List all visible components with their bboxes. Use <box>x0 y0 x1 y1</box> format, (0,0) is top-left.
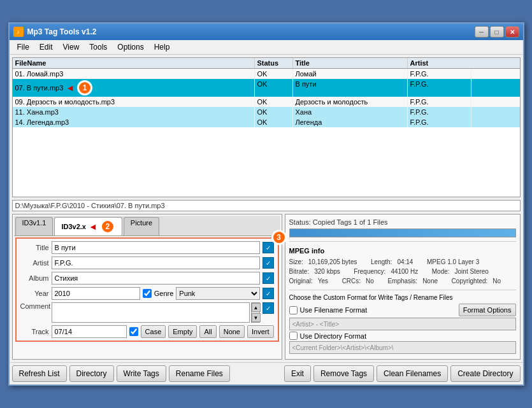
minimize-button[interactable]: ─ <box>475 26 489 38</box>
album-input[interactable] <box>52 272 260 285</box>
table-row[interactable]: 11. Хана.mp3 OK Хана F.P.G. <box>13 107 520 117</box>
table-row[interactable]: 07. В пути.mp3 ◄ 1 OK В пути F.P.G. <box>13 79 520 97</box>
mpeg-mode-val: Joint Stereo <box>455 267 489 276</box>
track-checkbox[interactable] <box>129 327 138 336</box>
titlebar-left: ♪ Mp3 Tag Tools v1.2 <box>13 27 97 37</box>
cell-status: OK <box>255 117 293 127</box>
title-check[interactable]: ✓ <box>262 242 274 253</box>
content-area: FileName Status Title Artist 01. Ломай.m… <box>10 55 523 362</box>
cell-filename: 09. Дерзость и молодость.mp3 <box>13 97 255 107</box>
tab-id3v2[interactable]: ID3v2.x ◄ 2 <box>54 217 122 236</box>
case-button[interactable]: Case <box>141 325 166 338</box>
cell-status: OK <box>255 107 293 117</box>
mpeg-info: Size: 10,169,205 bytes Length: 04:14 MPE… <box>289 257 516 286</box>
genre-select[interactable]: Punk Rock Pop <box>176 287 259 300</box>
remove-tags-button[interactable]: Remove Tags <box>313 365 374 382</box>
all-button[interactable]: All <box>199 325 216 338</box>
album-check[interactable]: ✓ <box>262 272 274 284</box>
table-row[interactable]: 09. Дерзость и молодость.mp3 OK Дерзость… <box>13 97 520 107</box>
comment-check[interactable]: ✓ <box>262 302 274 314</box>
tag-form: 3 Title ✓ Artist ✓ Album <box>15 237 279 342</box>
artist-check[interactable]: ✓ <box>262 257 274 269</box>
mpeg-row-2: Bitrate: 320 kbps Frequency: 44100 Hz Mo… <box>289 267 516 276</box>
scroll-up[interactable]: ▲ <box>252 303 261 312</box>
tab-picture[interactable]: Picture <box>124 217 159 236</box>
menubar: File Edit View Tools Options Help <box>10 40 523 55</box>
col-header-status: Status <box>255 58 293 68</box>
divider-1 <box>289 241 516 242</box>
title-input[interactable] <box>52 241 260 254</box>
comment-input[interactable] <box>52 302 250 323</box>
track-input[interactable] <box>52 325 127 338</box>
rename-files-button[interactable]: Rename Files <box>169 365 230 382</box>
use-filename-format-checkbox[interactable] <box>289 306 298 314</box>
create-directory-button[interactable]: Create Directory <box>450 365 520 382</box>
exit-button[interactable]: Exit <box>284 365 311 382</box>
cell-title: Хана <box>293 107 408 117</box>
menu-options[interactable]: Options <box>112 41 148 53</box>
mpeg-mode-key: Mode: <box>432 267 450 276</box>
title-row: Title ✓ <box>20 241 274 254</box>
menu-help[interactable]: Help <box>149 41 175 53</box>
mpeg-original-key: Original: <box>289 276 313 286</box>
use-directory-format-checkbox[interactable] <box>289 332 298 340</box>
menu-tools[interactable]: Tools <box>84 41 112 53</box>
app-icon: ♪ <box>13 27 24 37</box>
artist-input[interactable] <box>52 257 260 269</box>
filename-format-row: Use Filename Format Format Options <box>289 304 516 316</box>
track-row: Track Case Empty All None Invert <box>20 325 274 338</box>
mpeg-freq-val: 44100 Hz <box>391 267 418 276</box>
comment-scrollbar[interactable]: ▲ ▼ <box>251 302 260 323</box>
format-options-button[interactable]: Format Options <box>459 304 516 316</box>
table-row-empty <box>13 127 520 197</box>
menu-edit[interactable]: Edit <box>34 41 58 53</box>
cell-artist: F.P.G. <box>408 69 471 79</box>
genre-check[interactable]: ✓ <box>262 288 274 299</box>
track-label: Track <box>20 328 49 335</box>
col-header-filename: FileName <box>13 58 255 68</box>
file-list-header: FileName Status Title Artist <box>13 58 520 69</box>
table-row[interactable]: 01. Ломай.mp3 OK Ломай F.P.G. <box>13 69 520 79</box>
menu-view[interactable]: View <box>58 41 85 53</box>
cell-filename: 14. Легенда.mp3 <box>13 117 255 127</box>
none-button[interactable]: None <box>219 325 245 338</box>
comment-wrapper: ▲ ▼ <box>52 302 260 323</box>
file-list-area: FileName Status Title Artist 01. Ломай.m… <box>12 57 521 197</box>
comment-label: Comment <box>20 302 49 310</box>
cell-artist: F.P.G. <box>408 97 471 107</box>
tab-id3v1[interactable]: ID3v1.1 <box>15 217 54 236</box>
mpeg-version-val: MPEG 1.0 Layer 3 <box>427 257 479 267</box>
directory-button[interactable]: Directory <box>69 365 114 382</box>
table-row[interactable]: 14. Легенда.mp3 OK Легенда F.P.G. <box>13 117 520 127</box>
use-filename-format-label: Use Filename Format <box>300 306 368 314</box>
directory-format-input[interactable] <box>289 341 516 354</box>
cell-artist: F.P.G. <box>408 79 471 97</box>
cell-artist: F.P.G. <box>408 107 471 117</box>
mpeg-title: MPEG info <box>289 247 516 255</box>
directory-format-row: Use Directory Format <box>289 332 516 340</box>
mpeg-copyright-val: No <box>492 276 501 286</box>
album-row: Album ✓ <box>20 272 274 285</box>
year-checkbox[interactable] <box>143 289 152 298</box>
menu-file[interactable]: File <box>12 41 34 53</box>
write-tags-button[interactable]: Write Tags <box>117 365 166 382</box>
bottom-bar: Refresh List Directory Write Tags Rename… <box>10 362 523 384</box>
refresh-list-button[interactable]: Refresh List <box>12 365 67 382</box>
invert-button[interactable]: Invert <box>247 325 274 338</box>
cell-status: OK <box>255 97 293 107</box>
cell-status: OK <box>255 69 293 79</box>
right-panel: Status: Copied Tags 1 of 1 Files MPEG in… <box>285 214 521 360</box>
clean-filenames-button[interactable]: Clean Filenames <box>377 365 448 382</box>
mpeg-crcs-val: No <box>366 276 374 286</box>
cell-title: Дерзость и молодость <box>293 97 408 107</box>
scroll-down[interactable]: ▼ <box>252 313 261 322</box>
titlebar-title: Mp3 Tag Tools v1.2 <box>27 27 97 36</box>
title-label: Title <box>20 244 49 251</box>
bottom-right: Exit Remove Tags Clean Filenames Create … <box>284 365 521 382</box>
empty-button[interactable]: Empty <box>168 325 197 338</box>
year-input[interactable] <box>52 287 140 300</box>
maximize-button[interactable]: □ <box>490 26 504 38</box>
mpeg-size-val: 10,169,205 bytes <box>308 257 357 267</box>
close-button[interactable]: ✕ <box>505 26 519 38</box>
filename-format-input[interactable] <box>289 318 516 330</box>
